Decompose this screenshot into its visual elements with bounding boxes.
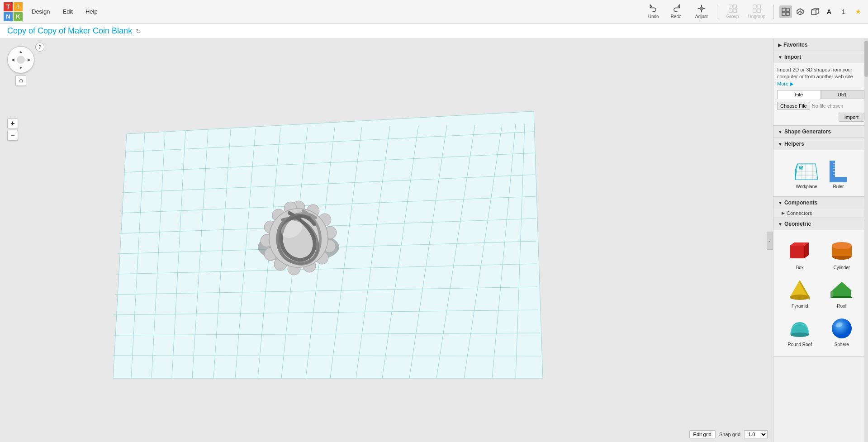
help-icon[interactable]: ?: [35, 43, 44, 52]
import-button[interactable]: Import: [839, 113, 864, 122]
scrollbar-thumb[interactable]: [864, 41, 868, 77]
shape-generators-arrow: ▼: [778, 129, 783, 134]
favorites-label: Favorites: [783, 42, 807, 48]
shape-generators-header[interactable]: ▼ Shape Generators: [773, 126, 868, 138]
menu-design[interactable]: Design: [28, 6, 53, 17]
divider: [717, 5, 717, 19]
connectors-header[interactable]: ▶ Connectors: [773, 209, 868, 218]
snap-select[interactable]: 0.1 0.5 1.0 2.0 5.0 10.0: [744, 430, 768, 438]
right-panel: ▶ Favorites ▼ Import Import 2D or 3D sha…: [773, 39, 868, 442]
nav-left[interactable]: ◀: [9, 56, 17, 64]
zoom-controls: + −: [7, 118, 18, 141]
components-header[interactable]: ▼ Components: [773, 197, 868, 209]
nav-right[interactable]: ▶: [25, 56, 33, 64]
helpers-grid: W Workplane: [777, 153, 864, 193]
svg-point-92: [790, 295, 810, 300]
svg-marker-19: [816, 9, 819, 14]
view-star-icon[interactable]: ★: [852, 5, 864, 18]
titlebar: Copy of Copy of Maker Coin Blank ↻: [0, 24, 868, 39]
nav-down[interactable]: ▼: [17, 64, 25, 72]
svg-point-98: [832, 318, 852, 338]
choose-file-button[interactable]: Choose File: [777, 102, 810, 110]
view-grid-icon[interactable]: [779, 5, 792, 18]
adjust-button[interactable]: Adjust: [692, 3, 711, 20]
group-button[interactable]: Group: [723, 3, 743, 20]
import-label: Import: [784, 54, 801, 60]
svg-point-89: [832, 242, 852, 249]
shape-box[interactable]: Box: [781, 237, 819, 272]
nav-home[interactable]: ⊙: [15, 75, 26, 86]
round-roof-icon: [786, 316, 813, 341]
refresh-icon[interactable]: ↻: [136, 28, 141, 35]
components-arrow: ▼: [778, 200, 783, 205]
nav-center[interactable]: [17, 56, 25, 64]
sphere-icon: [828, 316, 855, 341]
cylinder-icon: [828, 239, 855, 264]
zoom-out-button[interactable]: −: [7, 130, 18, 141]
svg-rect-9: [757, 9, 761, 13]
import-tab-file[interactable]: File: [777, 90, 821, 99]
shape-round-roof[interactable]: Round Roof: [781, 314, 819, 349]
connectors-arrow: ▶: [782, 211, 785, 215]
view-box-icon[interactable]: [808, 5, 821, 18]
ruler-icon: mm: [826, 157, 851, 184]
topbar: T I N K Design Edit Help Undo Redo Adjus…: [0, 0, 868, 24]
shape-cylinder[interactable]: Cylinder: [823, 237, 861, 272]
svg-rect-8: [753, 9, 756, 13]
edit-grid-button[interactable]: Edit grid: [689, 430, 716, 438]
toolbar-group-grouping: Group Ungroup: [723, 3, 768, 20]
import-header[interactable]: ▼ Import: [773, 51, 868, 63]
helper-ruler[interactable]: mm Ruler: [826, 157, 851, 189]
view-icons-group: A 1 ★: [779, 5, 864, 18]
import-section: ▼ Import Import 2D or 3D shapes from you…: [773, 51, 868, 126]
redo-button[interactable]: Redo: [666, 3, 686, 20]
shape-sphere[interactable]: Sphere: [823, 314, 861, 349]
geometric-header[interactable]: ▼ Geometric: [773, 218, 868, 230]
import-arrow: ▼: [778, 55, 783, 60]
import-tabs: File URL: [777, 90, 864, 99]
undo-label: Undo: [648, 14, 659, 19]
roof-label: Roof: [837, 304, 846, 309]
view-number-icon[interactable]: 1: [837, 5, 850, 18]
undo-button[interactable]: Undo: [644, 3, 664, 20]
import-tab-url[interactable]: URL: [821, 90, 865, 99]
menu-help[interactable]: Help: [82, 6, 101, 17]
nav-circle: ▲ ◀ ▶ ▼: [7, 46, 34, 73]
favorites-header[interactable]: ▶ Favorites: [773, 39, 868, 51]
ruler-label: Ruler: [833, 184, 844, 189]
shape-generators-section: ▼ Shape Generators: [773, 126, 868, 138]
nav-upright: [25, 48, 33, 56]
canvas-area[interactable]: ▲ ◀ ▶ ▼ ⊙ ? + −: [0, 39, 773, 442]
pyramid-label: Pyramid: [792, 304, 808, 309]
shape-pyramid[interactable]: Pyramid: [781, 276, 819, 310]
svg-rect-84: [790, 246, 804, 258]
view-text-icon[interactable]: A: [823, 5, 835, 18]
svg-rect-11: [786, 8, 789, 11]
view-3d-icon[interactable]: [794, 5, 806, 18]
helper-workplane[interactable]: W Workplane: [791, 157, 822, 189]
logo-n: N: [4, 12, 13, 21]
ungroup-button[interactable]: Ungroup: [745, 3, 768, 20]
nav-up[interactable]: ▲: [17, 48, 25, 56]
bottom-bar: Edit grid Snap grid 0.1 0.5 1.0 2.0 5.0 …: [689, 430, 768, 438]
svg-text:W: W: [799, 166, 803, 171]
components-label: Components: [784, 200, 817, 206]
grid-svg: [0, 39, 773, 442]
panel-collapse-arrow[interactable]: ›: [767, 232, 773, 250]
zoom-in-button[interactable]: +: [7, 118, 18, 129]
group-label: Group: [726, 14, 739, 19]
shape-roof[interactable]: Roof: [823, 276, 861, 310]
import-more-link[interactable]: More ▶: [777, 81, 793, 86]
svg-rect-4: [733, 9, 736, 13]
favorites-section: ▶ Favorites: [773, 39, 868, 51]
components-content: ▶ Connectors: [773, 209, 868, 218]
scrollbar-track[interactable]: [864, 39, 868, 442]
nav-downleft: [9, 64, 17, 72]
main-area: ▲ ◀ ▶ ▼ ⊙ ? + −: [0, 39, 868, 442]
helpers-header[interactable]: ▼ Helpers: [773, 138, 868, 150]
connectors-label: Connectors: [787, 210, 812, 216]
shape-generators-label: Shape Generators: [784, 128, 831, 135]
svg-rect-3: [729, 9, 732, 13]
cylinder-label: Cylinder: [833, 265, 850, 270]
menu-edit[interactable]: Edit: [59, 6, 76, 17]
